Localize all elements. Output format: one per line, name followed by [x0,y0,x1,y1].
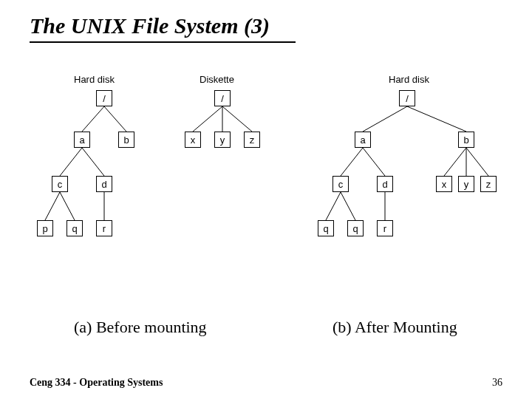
svg-line-18 [341,192,355,220]
svg-line-3 [82,148,104,176]
slide-title: The UNIX File System (3) [30,13,270,38]
svg-line-12 [341,148,363,176]
node-r: r [96,220,112,236]
node-c: c [52,176,68,192]
node-r: r [377,220,393,236]
node-x: x [185,132,201,148]
node-d: d [96,176,112,192]
svg-line-17 [326,192,341,220]
node-c: c [332,176,349,192]
node-q: q [66,220,83,236]
node-a: a [74,132,90,148]
svg-line-4 [45,192,60,220]
node-b: b [118,132,134,148]
svg-line-16 [466,148,488,176]
svg-line-9 [222,106,252,132]
node-d: d [377,176,393,192]
svg-line-0 [82,106,104,132]
svg-line-1 [104,106,126,132]
svg-line-14 [444,148,466,176]
node-q: q [347,220,364,236]
node-p: p [37,220,53,236]
node-root: / [214,90,231,106]
footer-course: Ceng 334 - Operating Systems [30,377,163,389]
node-q: q [318,220,334,236]
node-y: y [458,176,474,192]
title-underline [30,41,296,43]
node-root: / [399,90,415,106]
node-root: / [96,90,112,106]
svg-line-13 [363,148,385,176]
node-z: z [480,176,497,192]
tree-diskette: Diskette / x y z [170,74,273,192]
page-number: 36 [492,377,502,389]
tree-after-harddisk: Hard disk / a b c d x y z q q r [310,74,517,296]
node-y: y [214,132,231,148]
caption-before: (a) Before mounting [74,318,207,337]
tree-before-harddisk: Hard disk / a b c d p q r [30,74,163,296]
svg-line-5 [60,192,75,220]
svg-line-10 [363,106,407,132]
node-b: b [458,132,474,148]
svg-line-7 [193,106,222,132]
node-a: a [355,132,371,148]
svg-line-11 [407,106,466,132]
svg-line-2 [60,148,82,176]
node-z: z [244,132,260,148]
node-x: x [436,176,452,192]
caption-after: (b) After Mounting [332,318,457,337]
